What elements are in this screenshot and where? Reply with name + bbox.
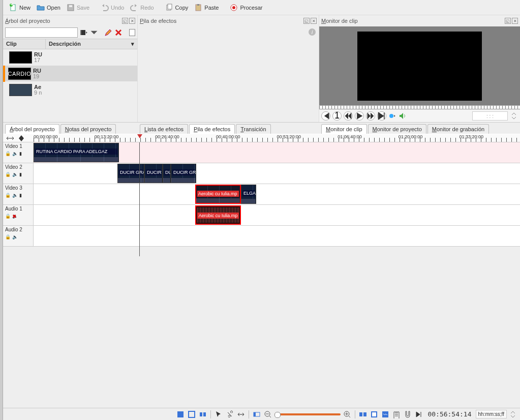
play-icon[interactable] [355, 111, 364, 121]
goto-end-icon[interactable] [377, 111, 386, 121]
dropdown-icon[interactable] [90, 28, 98, 37]
svg-text:1: 1 [334, 112, 340, 120]
clip-row[interactable]: CARDIO RU19 [3, 66, 137, 82]
col-clip[interactable]: Clip [3, 39, 46, 49]
timeline-clip[interactable]: ELGAZ [241, 185, 256, 204]
playhead-marker-icon[interactable] [137, 134, 142, 138]
tab-effect-list[interactable]: Lista de efectos [140, 124, 188, 134]
toggle-checkbox[interactable] [129, 29, 135, 36]
timeline-clip[interactable]: DU [163, 164, 171, 183]
show-video-thumbs-icon[interactable] [370, 410, 379, 419]
mute-audio-icon[interactable]: 🔈✖ [12, 214, 17, 219]
close-icon[interactable]: ✕ [512, 18, 518, 24]
format-step-icon[interactable] [509, 410, 517, 418]
undock-icon[interactable]: ◱ [505, 18, 511, 24]
tab-transition[interactable]: Transición [236, 124, 270, 134]
sort-icon[interactable]: ▾ [131, 41, 134, 47]
film-icon[interactable]: ▮ [19, 193, 24, 198]
lock-icon[interactable]: 🔒 [5, 193, 10, 198]
mute-icon[interactable]: 🔈 [12, 151, 17, 156]
show-markers-icon[interactable] [392, 410, 401, 419]
film-icon[interactable]: ▮ [19, 172, 24, 177]
timeline-clip[interactable]: DUCIR GRA [117, 164, 144, 183]
track-audio-1: Audio 1 🔒🔈✖ Aerobic cu Iulia.mp [3, 205, 520, 226]
tab-record-monitor[interactable]: Monitor de grabación [427, 124, 489, 134]
timecode-format-select[interactable]: hh:mm:ss;ff [476, 410, 507, 418]
lock-icon[interactable]: 🔒 [5, 151, 10, 156]
timeline-clip-selected[interactable]: Aerobic cu Iulia.mp [195, 185, 241, 204]
svg-point-14 [389, 114, 393, 118]
search-input[interactable] [5, 27, 78, 38]
goto-end-icon[interactable] [414, 410, 423, 419]
insert-mode-icon[interactable] [198, 410, 207, 419]
tab-project-notes[interactable]: Notas del proyecto [60, 124, 116, 134]
volume-icon[interactable] [399, 112, 407, 120]
mute-icon[interactable]: 🔈 [12, 172, 17, 177]
timeline-keyframe-icon[interactable] [17, 134, 25, 142]
fit-zoom-icon[interactable] [358, 410, 368, 419]
paste-button[interactable]: Paste [191, 2, 222, 13]
playhead-line[interactable] [139, 142, 140, 256]
delete-icon[interactable] [114, 28, 123, 37]
zoom-slider[interactable] [274, 413, 341, 415]
monitor-timecode-input[interactable]: : : : [472, 111, 508, 121]
svg-rect-20 [254, 412, 256, 416]
close-icon[interactable]: ✕ [129, 18, 135, 24]
goto-start-icon[interactable] [321, 111, 330, 121]
tab-project-monitor[interactable]: Monitor de proyecto [368, 124, 426, 134]
forward-icon[interactable] [366, 111, 375, 121]
undock-icon[interactable]: ◱ [303, 18, 310, 24]
lock-icon[interactable]: 🔒 [5, 214, 10, 219]
redo-button[interactable]: Redo [127, 2, 157, 13]
paste-label: Paste [204, 5, 219, 11]
timeline-stretch-icon[interactable] [6, 134, 14, 142]
clip-label: RUTINA CARDIO PARA ADELGAZ [35, 148, 117, 155]
monitor-ruler[interactable] [319, 105, 520, 109]
zone-menu-icon[interactable] [388, 112, 396, 120]
timeline-clip[interactable]: DUCIR GR [171, 164, 196, 183]
tab-clip-monitor[interactable]: Monitor de clip [321, 124, 367, 134]
mute-icon[interactable]: 🔈 [12, 193, 17, 198]
info-icon[interactable]: i [309, 28, 316, 36]
main-toolbar: + New Open Save Undo Redo Copy Paste Pro… [3, 0, 520, 15]
svg-rect-6 [168, 4, 172, 9]
col-desc[interactable]: Descripción▾ [46, 39, 137, 49]
edit-pencil-icon[interactable] [104, 28, 112, 37]
render-button[interactable]: Procesar [227, 2, 265, 13]
open-button[interactable]: Open [34, 2, 64, 13]
lock-icon[interactable]: 🔒 [5, 172, 10, 177]
rewind-icon[interactable] [344, 111, 353, 121]
save-button[interactable]: Save [64, 2, 93, 13]
timeline-audio-clip-selected[interactable]: Aerobic cu Iulia.mp [195, 205, 241, 225]
zoom-in-icon[interactable] [343, 410, 352, 419]
close-icon[interactable]: ✕ [311, 18, 317, 24]
thumbnails-toggle-icon[interactable] [252, 410, 261, 419]
monitor-viewport[interactable] [319, 26, 520, 105]
film-icon[interactable]: ▮ [19, 151, 24, 156]
timeline-clip[interactable]: RUTINA CARDIO PARA ADELGAZ [34, 143, 119, 162]
new-button[interactable]: + New [6, 2, 34, 13]
zoom-out-icon[interactable] [263, 410, 272, 419]
show-audio-thumbs-icon[interactable] [381, 410, 390, 419]
mute-icon[interactable]: 🔈 [12, 234, 17, 239]
timecode-step-icon[interactable] [510, 112, 518, 120]
selection-tool-icon[interactable] [214, 410, 223, 419]
lock-icon[interactable]: 🔒 [5, 234, 10, 239]
clip-row[interactable]: Ae9 n [3, 82, 137, 98]
snap-icon[interactable] [403, 410, 412, 419]
razor-tool-icon[interactable] [225, 410, 234, 419]
spacer-tool-icon[interactable] [236, 410, 246, 419]
step-back-icon[interactable]: 1 [332, 111, 342, 121]
timeline-clip[interactable]: DUCIR [144, 164, 163, 183]
clip-label: DU [164, 169, 169, 175]
undo-button[interactable]: Undo [98, 2, 127, 13]
normal-edit-mode-icon[interactable] [176, 410, 185, 419]
tab-project-tree[interactable]: Árbol del proyecto [5, 124, 59, 134]
overwrite-mode-icon[interactable] [187, 410, 196, 419]
clip-row[interactable]: RU17 [3, 49, 137, 66]
copy-button[interactable]: Copy [162, 2, 192, 13]
timeline-ruler[interactable]: 00:00:00:00 00:13:20:00 00:26:40:00 00:4… [3, 134, 520, 142]
undock-icon[interactable]: ◱ [122, 18, 128, 24]
tab-effect-stack[interactable]: Pila de efectos [189, 124, 235, 134]
film-menu-icon[interactable] [80, 28, 88, 37]
